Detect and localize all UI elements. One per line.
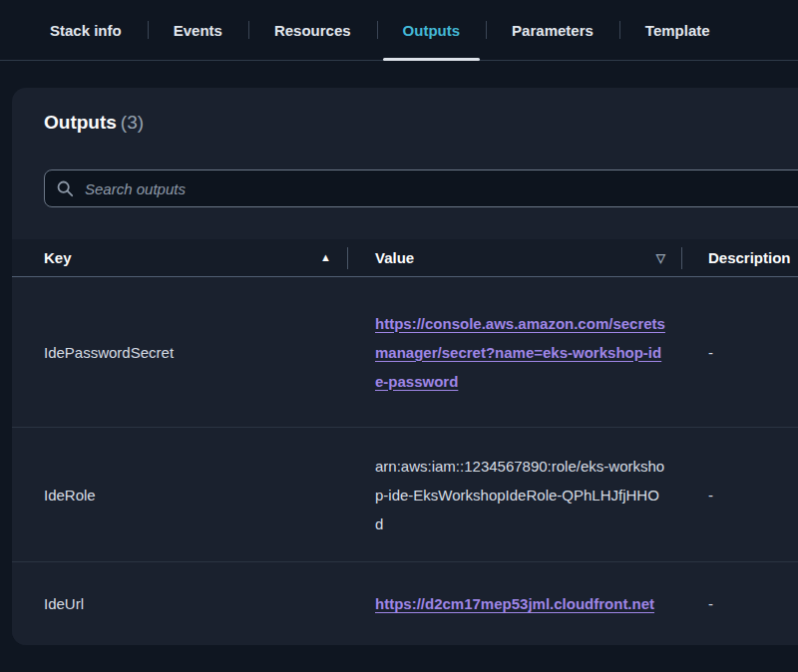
tab-stack-info-label: Stack info xyxy=(50,22,122,39)
tab-template-label: Template xyxy=(645,22,710,39)
column-header-description-label: Description xyxy=(708,249,791,266)
output-value-link[interactable]: https://console.aws.amazon.com/secretsma… xyxy=(375,315,665,390)
outputs-table-header: Key ▲ Value ▽ Description xyxy=(12,239,798,277)
outputs-count-badge: (3) xyxy=(121,112,144,133)
tab-events-label: Events xyxy=(174,22,222,39)
outputs-search xyxy=(44,169,798,207)
tab-template[interactable]: Template xyxy=(619,0,736,60)
outputs-panel: Outputs(3) Key ▲ Value ▽ Description Ide… xyxy=(12,88,798,645)
tab-events[interactable]: Events xyxy=(148,0,248,60)
tab-parameters-label: Parameters xyxy=(512,22,594,39)
column-header-value[interactable]: Value ▽ xyxy=(347,239,681,276)
column-header-description[interactable]: Description xyxy=(681,239,798,276)
table-row: IdeUrl https://d2cm17mep53jml.cloudfront… xyxy=(12,561,798,645)
output-value-cell: https://d2cm17mep53jml.cloudfront.net xyxy=(347,575,681,632)
sort-ascending-icon[interactable]: ▲ xyxy=(320,252,331,263)
output-description: - xyxy=(681,487,798,504)
page-title: Outputs(3) xyxy=(44,110,798,136)
output-description: - xyxy=(681,344,798,361)
tab-resources-label: Resources xyxy=(274,22,351,39)
output-description: - xyxy=(681,595,798,612)
tab-outputs[interactable]: Outputs xyxy=(377,0,487,60)
output-key: IdeRole xyxy=(12,487,347,504)
output-key: IdeUrl xyxy=(12,595,347,612)
search-input[interactable] xyxy=(44,169,798,207)
output-value-text: arn:aws:iam::1234567890:role/eks-worksho… xyxy=(375,458,664,532)
tab-outputs-label: Outputs xyxy=(403,22,461,39)
output-key: IdePasswordSecret xyxy=(12,344,347,361)
stack-detail-tabs: Stack info Events Resources Outputs Para… xyxy=(0,0,798,61)
output-value-link[interactable]: https://d2cm17mep53jml.cloudfront.net xyxy=(375,595,654,612)
sort-inactive-icon[interactable]: ▽ xyxy=(656,252,665,264)
output-value-cell: arn:aws:iam::1234567890:role/eks-worksho… xyxy=(347,438,681,552)
outputs-table: Key ▲ Value ▽ Description IdePasswordSec… xyxy=(12,239,798,645)
outputs-title-text: Outputs xyxy=(44,112,117,133)
column-header-key[interactable]: Key ▲ xyxy=(12,239,347,276)
column-header-key-label: Key xyxy=(44,249,72,266)
output-value-cell: https://console.aws.amazon.com/secretsma… xyxy=(347,295,681,410)
column-header-value-label: Value xyxy=(375,249,414,266)
tab-parameters[interactable]: Parameters xyxy=(486,0,619,60)
table-row: IdeRole arn:aws:iam::1234567890:role/eks… xyxy=(12,427,798,561)
outputs-panel-header: Outputs(3) xyxy=(12,110,798,136)
tab-resources[interactable]: Resources xyxy=(248,0,377,60)
table-row: IdePasswordSecret https://console.aws.am… xyxy=(12,277,798,427)
tab-stack-info[interactable]: Stack info xyxy=(24,0,148,60)
